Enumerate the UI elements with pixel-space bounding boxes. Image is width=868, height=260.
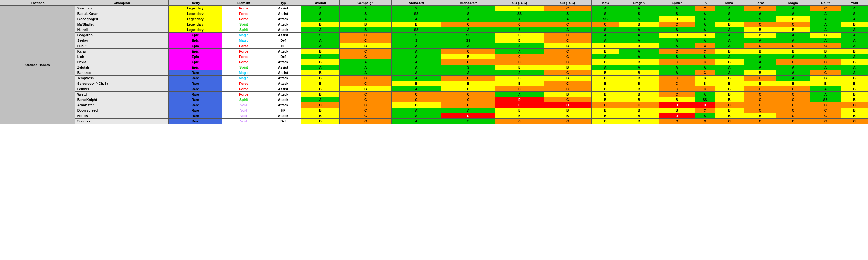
- typ-cell: Attack: [266, 60, 301, 65]
- void-cell: B: [841, 49, 868, 54]
- champion-name: Bad-el-Kazar: [75, 11, 168, 16]
- cb-plus-cell: C: [544, 49, 591, 54]
- element-cell: Spirit: [222, 65, 265, 70]
- table-row: GrinnerRareForceAssistBBABCCBBCCBCCAB: [0, 86, 868, 92]
- champion-name: Seeker: [75, 38, 168, 43]
- mino-cell: B: [715, 86, 744, 92]
- champion-name: Karam: [75, 49, 168, 54]
- arena-off-cell: A: [391, 65, 441, 70]
- campaign-cell: B: [340, 22, 391, 27]
- spirit-cell: C: [810, 119, 841, 124]
- champion-name: Seducer: [75, 119, 168, 124]
- force-cell: C: [744, 76, 776, 81]
- arena-def-cell: B: [441, 54, 495, 60]
- typ-cell: Attack: [266, 22, 301, 27]
- header-void: Void: [841, 0, 868, 6]
- cb-minus-cell: A: [495, 70, 544, 76]
- spider-cell: C: [659, 60, 695, 65]
- campaign-cell: A: [340, 6, 391, 11]
- header-fk: FK: [695, 0, 715, 6]
- dragon-cell: S: [619, 11, 659, 16]
- cb-minus-cell: C: [495, 22, 544, 27]
- spirit-cell: B: [810, 49, 841, 54]
- force-cell: C: [744, 86, 776, 92]
- cb-plus-cell: C: [544, 119, 591, 124]
- cb-plus-cell: B: [544, 113, 591, 119]
- arena-off-cell: S: [391, 33, 441, 38]
- magic-cell: C: [776, 86, 810, 92]
- force-cell: C: [744, 103, 776, 108]
- cb-minus-cell: SS: [495, 11, 544, 16]
- iceg-cell: B: [591, 86, 619, 92]
- magic-cell: C: [776, 103, 810, 108]
- champion-name: Zelotah: [75, 65, 168, 70]
- force-cell: S: [744, 16, 776, 22]
- overall-cell: B: [301, 49, 340, 54]
- typ-cell: Attack: [266, 92, 301, 97]
- champion-name: Banshee: [75, 70, 168, 76]
- typ-cell: Assist: [266, 11, 301, 16]
- mino-cell: A: [715, 27, 744, 33]
- iceg-cell: B: [591, 43, 619, 49]
- campaign-cell: A: [340, 16, 391, 22]
- spirit-cell: C: [810, 70, 841, 76]
- spirit-cell: A: [810, 38, 841, 43]
- arena-def-cell: SS: [441, 33, 495, 38]
- rarity-cell: Epic: [168, 43, 222, 49]
- element-cell: Void: [222, 103, 265, 108]
- header-iceg: IceG: [591, 0, 619, 6]
- overall-cell: A: [301, 38, 340, 43]
- dragon-cell: B: [619, 92, 659, 97]
- arena-off-cell: C: [391, 97, 441, 103]
- fk-cell: C: [695, 108, 715, 113]
- mino-cell: A: [715, 43, 744, 49]
- rarity-cell: Rare: [168, 70, 222, 76]
- magic-cell: C: [776, 119, 810, 124]
- spider-cell: C: [659, 81, 695, 86]
- rarity-cell: Epic: [168, 33, 222, 38]
- champion-name: Temptress: [75, 76, 168, 81]
- mino-cell: A: [715, 33, 744, 38]
- table-row: BansheeRareMagicAssistBAAAACBBACABACA: [0, 70, 868, 76]
- typ-cell: Assist: [266, 86, 301, 92]
- dragon-cell: A: [619, 27, 659, 33]
- dragon-cell: B: [619, 113, 659, 119]
- fk-cell: B: [695, 81, 715, 86]
- force-cell: B: [744, 70, 776, 76]
- table-row: BloodgorgedLegendaryForceAttackAAAAAASSS…: [0, 16, 868, 22]
- spider-cell: C: [659, 86, 695, 92]
- header-cb-plus: CB (+GS): [544, 0, 591, 6]
- campaign-cell: A: [340, 60, 391, 65]
- header-campaign: Campaign: [340, 0, 391, 6]
- table-row: NethrilLegendarySpiritAttackASSSASASASAA…: [0, 27, 868, 33]
- cb-plus-cell: C: [544, 54, 591, 60]
- mino-cell: B: [715, 97, 744, 103]
- arena-off-cell: S: [391, 38, 441, 43]
- arena-off-cell: A: [391, 43, 441, 49]
- element-cell: Void: [222, 119, 265, 124]
- iceg-cell: A: [591, 6, 619, 11]
- rarity-cell: Epic: [168, 54, 222, 60]
- overall-cell: B: [301, 76, 340, 81]
- champion-name: Skartosis: [75, 6, 168, 11]
- mino-cell: B: [715, 76, 744, 81]
- spider-cell: S: [659, 54, 695, 60]
- arena-def-cell: C: [441, 60, 495, 65]
- mino-cell: A: [715, 16, 744, 22]
- spider-cell: B: [659, 33, 695, 38]
- rarity-cell: Legendary: [168, 27, 222, 33]
- dragon-cell: B: [619, 76, 659, 81]
- typ-cell: Attack: [266, 16, 301, 22]
- table-row: Undead HordesSkartosisLegendaryForceAssi…: [0, 6, 868, 11]
- void-cell: A: [841, 27, 868, 33]
- magic-cell: A: [776, 38, 810, 43]
- cb-minus-cell: S: [495, 27, 544, 33]
- arena-off-cell: A: [391, 54, 441, 60]
- table-row: TemptressRareMagicAttackBCACBBBBCBBCABB: [0, 76, 868, 81]
- table-row: SeducerRareVoidDefBCASCCBBCCCCCCC: [0, 119, 868, 124]
- rarity-cell: Rare: [168, 97, 222, 103]
- campaign-cell: C: [340, 97, 391, 103]
- cb-minus-cell: A: [495, 43, 544, 49]
- magic-cell: C: [776, 22, 810, 27]
- arena-def-cell: S: [441, 119, 495, 124]
